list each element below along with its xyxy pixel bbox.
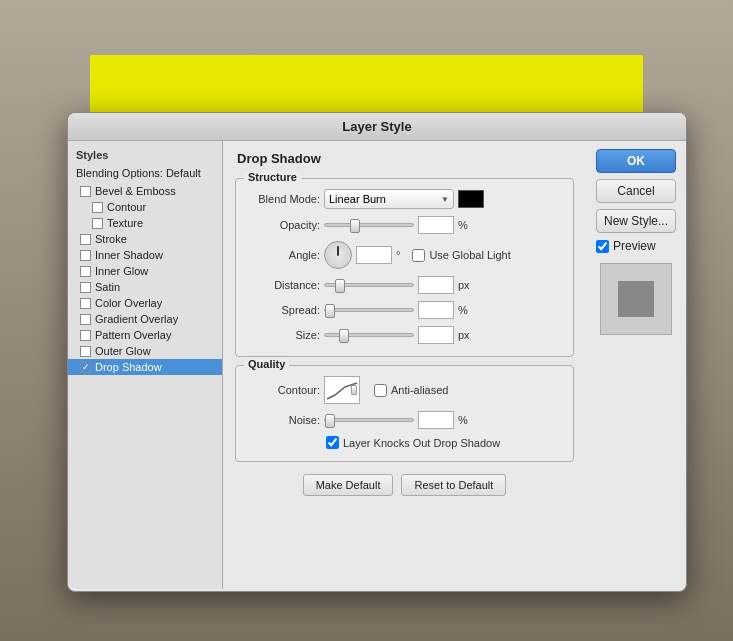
angle-input[interactable]: 90 (356, 246, 392, 264)
satin-label: Satin (95, 281, 120, 293)
stroke-checkbox[interactable] (80, 234, 91, 245)
distance-slider-container (324, 283, 414, 287)
noise-row: Noise: 0 % (250, 411, 559, 429)
sidebar-item-stroke[interactable]: Stroke (68, 231, 222, 247)
anti-aliased-text: Anti-aliased (391, 384, 448, 396)
contour-label: Contour (107, 201, 146, 213)
content-area: Drop Shadow Structure Blend Mode: Linear… (223, 141, 586, 589)
preview-inner (618, 281, 654, 317)
outer-glow-checkbox[interactable] (80, 346, 91, 357)
quality-section: Quality Contour: Anti-aliased (235, 365, 574, 462)
size-slider-container (324, 333, 414, 337)
contour-checkbox[interactable] (92, 202, 103, 213)
sidebar-item-bevel-emboss[interactable]: Bevel & Emboss (68, 183, 222, 199)
noise-slider-thumb[interactable] (325, 414, 335, 428)
sidebar-item-blending-options[interactable]: Blending Options: Default (68, 165, 222, 181)
size-input[interactable]: 5 (418, 326, 454, 344)
texture-checkbox[interactable] (92, 218, 103, 229)
distance-slider-thumb[interactable] (335, 279, 345, 293)
dialog-titlebar: Layer Style (68, 113, 686, 141)
opacity-label: Opacity: (250, 219, 320, 231)
distance-row: Distance: 4 px (250, 276, 559, 294)
blend-mode-color-swatch[interactable] (458, 190, 484, 208)
stroke-label: Stroke (95, 233, 127, 245)
layer-knocks-checkbox[interactable] (326, 436, 339, 449)
preview-label: Preview (613, 239, 656, 253)
opacity-slider-container (324, 223, 414, 227)
size-slider-thumb[interactable] (339, 329, 349, 343)
sidebar-item-inner-shadow[interactable]: Inner Shadow (68, 247, 222, 263)
color-overlay-label: Color Overlay (95, 297, 162, 309)
opacity-slider-thumb[interactable] (350, 219, 360, 233)
inner-shadow-checkbox[interactable] (80, 250, 91, 261)
blend-mode-label: Blend Mode: (250, 193, 320, 205)
opacity-slider-track[interactable] (324, 223, 414, 227)
texture-label: Texture (107, 217, 143, 229)
sidebar-item-drop-shadow[interactable]: Drop Shadow (68, 359, 222, 375)
anti-aliased-checkbox[interactable] (374, 384, 387, 397)
structure-section-title: Structure (244, 171, 301, 183)
reset-to-default-button[interactable]: Reset to Default (401, 474, 506, 496)
pattern-overlay-checkbox[interactable] (80, 330, 91, 341)
preview-checkbox[interactable] (596, 240, 609, 253)
noise-slider-container (324, 418, 414, 422)
gradient-overlay-checkbox[interactable] (80, 314, 91, 325)
blending-options-label: Blending Options: Default (76, 167, 201, 179)
new-style-button[interactable]: New Style... (596, 209, 676, 233)
spread-input[interactable]: 0 (418, 301, 454, 319)
ok-button[interactable]: OK (596, 149, 676, 173)
sidebar-item-outer-glow[interactable]: Outer Glow (68, 343, 222, 359)
opacity-input[interactable]: 30 (418, 216, 454, 234)
bevel-emboss-label: Bevel & Emboss (95, 185, 176, 197)
sidebar-item-satin[interactable]: Satin (68, 279, 222, 295)
noise-unit: % (458, 414, 468, 426)
layer-knocks-label[interactable]: Layer Knocks Out Drop Shadow (326, 436, 500, 449)
size-slider-track[interactable] (324, 333, 414, 337)
spread-slider-container (324, 308, 414, 312)
color-overlay-checkbox[interactable] (80, 298, 91, 309)
sidebar-item-gradient-overlay[interactable]: Gradient Overlay (68, 311, 222, 327)
outer-glow-label: Outer Glow (95, 345, 151, 357)
right-buttons-panel: OK Cancel New Style... Preview (586, 141, 686, 589)
use-global-light-label[interactable]: Use Global Light (412, 249, 510, 262)
layer-style-dialog: Layer Style Styles Blending Options: Def… (67, 112, 687, 592)
pattern-overlay-label: Pattern Overlay (95, 329, 171, 341)
inner-glow-checkbox[interactable] (80, 266, 91, 277)
satin-checkbox[interactable] (80, 282, 91, 293)
sidebar-item-pattern-overlay[interactable]: Pattern Overlay (68, 327, 222, 343)
noise-label: Noise: (250, 414, 320, 426)
cancel-button[interactable]: Cancel (596, 179, 676, 203)
blend-mode-value: Linear Burn (329, 193, 386, 205)
quality-section-title: Quality (244, 358, 289, 370)
gradient-overlay-label: Gradient Overlay (95, 313, 178, 325)
spread-slider-track[interactable] (324, 308, 414, 312)
inner-shadow-label: Inner Shadow (95, 249, 163, 261)
blend-mode-dropdown[interactable]: Linear Burn ▼ (324, 189, 454, 209)
layer-knocks-row: Layer Knocks Out Drop Shadow (250, 436, 559, 449)
drop-shadow-label: Drop Shadow (95, 361, 162, 373)
distance-label: Distance: (250, 279, 320, 291)
drop-shadow-checkbox[interactable] (80, 362, 91, 373)
spread-slider-thumb[interactable] (325, 304, 335, 318)
contour-preview[interactable] (324, 376, 360, 404)
make-default-button[interactable]: Make Default (303, 474, 394, 496)
anti-aliased-label[interactable]: Anti-aliased (374, 384, 448, 397)
noise-input[interactable]: 0 (418, 411, 454, 429)
bottom-buttons: Make Default Reset to Default (235, 474, 574, 496)
distance-input[interactable]: 4 (418, 276, 454, 294)
angle-dial[interactable] (324, 241, 352, 269)
dialog-title: Layer Style (342, 119, 411, 134)
sidebar-item-inner-glow[interactable]: Inner Glow (68, 263, 222, 279)
noise-slider-track[interactable] (324, 418, 414, 422)
sidebar-item-color-overlay[interactable]: Color Overlay (68, 295, 222, 311)
bevel-emboss-checkbox[interactable] (80, 186, 91, 197)
structure-section: Structure Blend Mode: Linear Burn ▼ Opac… (235, 178, 574, 357)
opacity-row: Opacity: 30 % (250, 216, 559, 234)
contour-row-label: Contour: (250, 384, 320, 396)
distance-slider-track[interactable] (324, 283, 414, 287)
dialog-body: Styles Blending Options: Default Bevel &… (68, 141, 686, 589)
use-global-light-checkbox[interactable] (412, 249, 425, 262)
sidebar-item-texture[interactable]: Texture (68, 215, 222, 231)
sidebar-item-contour[interactable]: Contour (68, 199, 222, 215)
dropdown-arrow-icon: ▼ (441, 195, 449, 204)
